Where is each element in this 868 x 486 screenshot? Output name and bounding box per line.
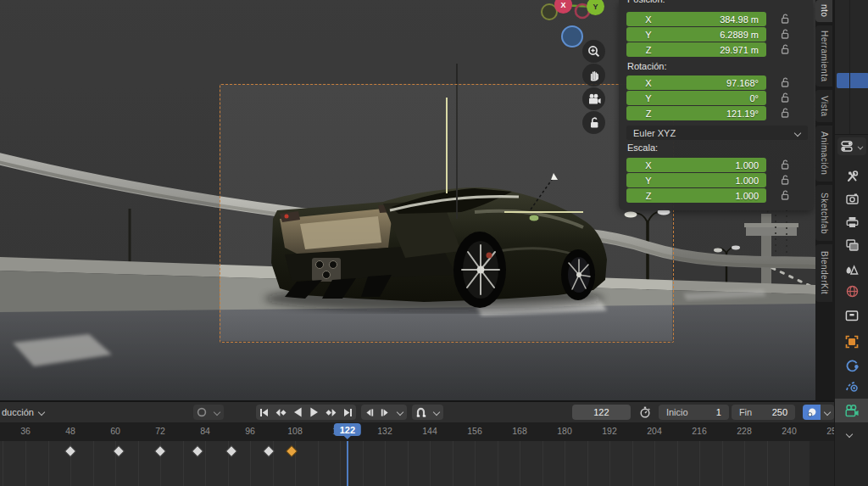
start-frame-field[interactable]: Inicio 1 bbox=[659, 405, 729, 420]
grid-line bbox=[609, 441, 610, 486]
playback-menu[interactable]: ducción bbox=[2, 407, 45, 417]
grid-line bbox=[632, 441, 633, 486]
properties-tab-collection[interactable] bbox=[835, 305, 868, 326]
use-preview-range-button[interactable] bbox=[636, 405, 654, 420]
properties-tab-output[interactable] bbox=[835, 212, 868, 232]
outliner-region[interactable] bbox=[835, 0, 868, 135]
jump-to-start-button[interactable] bbox=[256, 405, 272, 420]
sidebar-tab-elemento[interactable]: nto bbox=[815, 0, 832, 22]
grid-line bbox=[744, 441, 745, 486]
start-frame-value: 1 bbox=[716, 407, 721, 417]
properties-tab-constraints[interactable] bbox=[835, 355, 868, 376]
step-forward-button[interactable] bbox=[377, 405, 393, 420]
snap-options-dropdown[interactable] bbox=[430, 405, 443, 420]
position-z-field[interactable]: Z 29.971 m bbox=[626, 42, 766, 57]
gizmo-axis-z-ball[interactable] bbox=[561, 25, 583, 47]
position-y-field[interactable]: Y 6.2889 m bbox=[626, 27, 766, 42]
playhead-badge[interactable]: 122 bbox=[334, 423, 361, 436]
timeline-ruler[interactable]: 3648607284961081201321441561681801922042… bbox=[0, 422, 834, 441]
sidebar-tab-vista[interactable]: Vista bbox=[815, 90, 832, 122]
position-x-field[interactable]: X 384.98 m bbox=[626, 12, 766, 26]
sidebar-tab-blenderkit[interactable]: BlenderKit bbox=[815, 244, 832, 302]
grid-line bbox=[542, 441, 543, 486]
next-keyframe-button[interactable] bbox=[322, 405, 340, 420]
rotation-y-field[interactable]: Y 0° bbox=[626, 91, 766, 105]
properties-tab-object-data[interactable] bbox=[835, 399, 868, 422]
lock-open-icon[interactable] bbox=[780, 13, 792, 25]
current-frame-field[interactable]: 122 bbox=[572, 405, 631, 420]
lock-open-icon[interactable] bbox=[780, 174, 792, 186]
jump-end-icon bbox=[343, 408, 353, 417]
images-icon bbox=[846, 239, 859, 251]
lock-open-icon[interactable] bbox=[780, 76, 792, 88]
previous-keyframe-button[interactable] bbox=[272, 405, 290, 420]
camera-view-button[interactable] bbox=[582, 87, 605, 110]
end-frame-field[interactable]: Fin 250 bbox=[732, 405, 795, 420]
ruler-frame-label: 204 bbox=[647, 426, 662, 436]
keyframe-diamond[interactable] bbox=[154, 445, 166, 457]
filter-toggle-button[interactable] bbox=[803, 405, 821, 420]
chevron-down-icon bbox=[397, 409, 403, 416]
rotation-mode-dropdown[interactable]: Euler XYZ bbox=[626, 126, 808, 140]
grid-line bbox=[408, 441, 409, 486]
grid-line bbox=[565, 441, 565, 486]
lock-open-icon[interactable] bbox=[780, 159, 792, 170]
transport-controls bbox=[256, 405, 356, 420]
tool-icon bbox=[846, 170, 859, 183]
scale-y-field[interactable]: Y 1.000 bbox=[626, 173, 766, 187]
lock-view-button[interactable] bbox=[582, 111, 605, 134]
axis-value: 97.168° bbox=[670, 78, 766, 88]
grid-line bbox=[318, 441, 319, 486]
ruler-frame-label: 240 bbox=[782, 426, 797, 436]
object-icon bbox=[845, 335, 859, 349]
scale-x-field[interactable]: X 1.000 bbox=[626, 158, 766, 172]
properties-tab-physics[interactable] bbox=[835, 376, 868, 396]
lock-open-icon[interactable] bbox=[780, 107, 792, 119]
scale-z-field[interactable]: Z 1.000 bbox=[626, 188, 766, 203]
play-button[interactable] bbox=[306, 405, 322, 420]
lock-open-icon bbox=[588, 116, 600, 129]
grid-line bbox=[250, 441, 251, 486]
axis-value: 0° bbox=[670, 93, 766, 103]
ruler-frame-label: 216 bbox=[692, 426, 707, 436]
properties-tab-tool[interactable] bbox=[835, 166, 868, 187]
grid-line bbox=[654, 441, 655, 486]
sidebar-tab-sketchfab[interactable]: Sketchfab bbox=[815, 185, 832, 241]
timeline-tracks[interactable] bbox=[0, 441, 810, 486]
snap-toggle-button[interactable] bbox=[412, 405, 430, 420]
play-reverse-button[interactable] bbox=[290, 405, 306, 420]
ruler-frame-label: 132 bbox=[377, 426, 392, 436]
properties-tab-object[interactable] bbox=[835, 332, 868, 352]
rotation-mode-value: Euler XYZ bbox=[633, 128, 676, 138]
step-back-button[interactable] bbox=[361, 405, 377, 420]
playhead-line[interactable] bbox=[347, 441, 348, 486]
rotation-z-field[interactable]: Z 121.19° bbox=[626, 106, 766, 120]
grid-line bbox=[295, 441, 296, 486]
keyframe-diamond[interactable] bbox=[192, 445, 203, 457]
properties-tab-render[interactable] bbox=[835, 188, 868, 209]
keyframe-diamond[interactable] bbox=[64, 445, 76, 457]
sidebar-tab-herramienta[interactable]: Herramienta bbox=[815, 25, 832, 87]
lock-open-icon[interactable] bbox=[780, 43, 792, 55]
outliner-selected-row[interactable] bbox=[837, 73, 868, 88]
editor-type-button[interactable] bbox=[837, 137, 866, 155]
properties-tab-world[interactable] bbox=[835, 281, 868, 301]
rotation-x-field[interactable]: X 97.168° bbox=[626, 75, 766, 90]
pan-tool-button[interactable] bbox=[582, 64, 605, 87]
filter-dropdown[interactable] bbox=[821, 405, 834, 420]
keying-set-dropdown[interactable] bbox=[210, 405, 224, 420]
chevron-down-icon bbox=[794, 130, 801, 137]
play-reverse-icon bbox=[293, 407, 303, 417]
current-frame-value: 122 bbox=[593, 407, 609, 417]
lock-open-icon[interactable] bbox=[780, 92, 792, 103]
properties-tab-scene[interactable] bbox=[835, 260, 868, 280]
zoom-tool-button[interactable] bbox=[582, 40, 605, 63]
properties-tab-view-layer[interactable] bbox=[835, 235, 868, 255]
properties-column bbox=[834, 0, 868, 486]
sidebar-tab-animacion[interactable]: Animación bbox=[815, 126, 832, 182]
lock-open-icon[interactable] bbox=[780, 28, 792, 40]
step-options-dropdown[interactable] bbox=[393, 405, 407, 420]
jump-to-end-button[interactable] bbox=[340, 405, 356, 420]
auto-keying-button[interactable] bbox=[193, 405, 210, 420]
lock-open-icon[interactable] bbox=[780, 189, 792, 201]
